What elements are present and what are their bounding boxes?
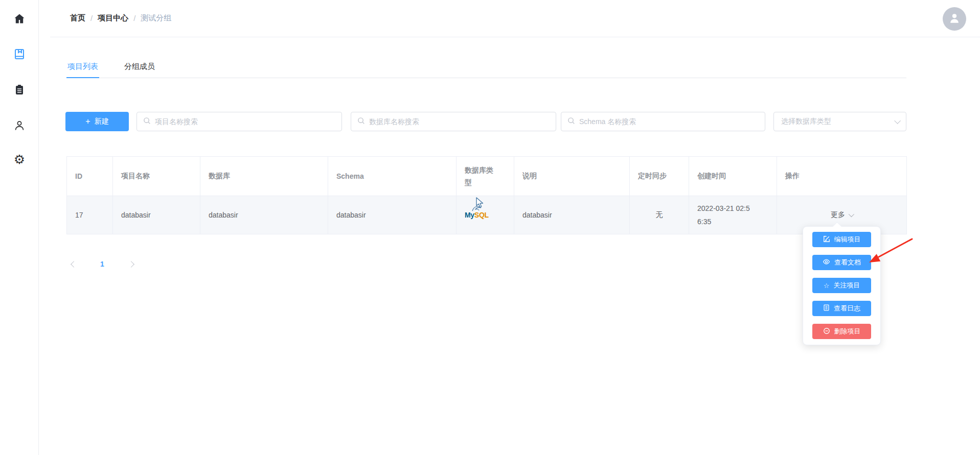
mysql-logo: MySQL: [465, 211, 489, 219]
cell-id: 17: [67, 196, 113, 234]
search-icon: [143, 117, 151, 127]
column-header-scheduled-sync: 定时同步: [630, 157, 689, 196]
chevron-right-icon: [128, 261, 134, 268]
column-header-actions: 操作: [777, 157, 907, 196]
cell-schema: databasir: [328, 196, 457, 234]
chevron-left-icon: [71, 261, 77, 268]
user-icon: [13, 119, 26, 132]
notebook-icon: [13, 48, 26, 60]
new-project-button[interactable]: + 新建: [65, 112, 129, 131]
table-row[interactable]: 17 databasir databasir databasir MySQL d…: [67, 196, 907, 234]
app-window: ⚙ 首页 / 项目中心 / 测试分组 项目列表 分组成员 + 新建: [0, 0, 980, 455]
edit-project-button[interactable]: 编辑项目: [812, 232, 871, 247]
db-type-select-placeholder: 选择数据库类型: [781, 117, 831, 126]
cell-db-type: MySQL: [457, 196, 514, 234]
sidebar: ⚙: [0, 0, 39, 455]
avatar-person-icon: [948, 11, 961, 27]
cell-scheduled-sync: 无: [630, 196, 689, 234]
view-logs-button[interactable]: 查看日志: [812, 301, 871, 316]
more-actions-trigger[interactable]: 更多: [831, 210, 853, 220]
project-name-search: [136, 112, 342, 131]
cell-database: databasir: [200, 196, 328, 234]
schema-name-search-input[interactable]: [575, 112, 765, 131]
tabs-underline: [66, 78, 906, 78]
column-header-id: ID: [67, 157, 113, 196]
tabs: 项目列表 分组成员: [66, 58, 180, 78]
next-page-button[interactable]: [124, 257, 138, 271]
sidebar-item-home[interactable]: [0, 7, 39, 31]
plus-icon: +: [85, 117, 90, 126]
delete-project-button[interactable]: 删除项目: [812, 324, 871, 339]
column-header-project-name: 项目名称: [113, 157, 200, 196]
column-header-database: 数据库: [200, 157, 328, 196]
column-header-schema: Schema: [328, 157, 457, 196]
header-divider: [50, 37, 980, 37]
sidebar-item-settings[interactable]: ⚙: [0, 147, 39, 172]
edit-icon: [823, 235, 830, 244]
view-docs-button[interactable]: 查看文档: [812, 255, 871, 270]
column-header-created-at: 创建时间: [689, 157, 777, 196]
breadcrumb-separator: /: [90, 14, 93, 22]
table-header-row: ID 项目名称 数据库 Schema 数据库类型 说明 定时同步 创建时间 操作: [67, 157, 907, 196]
page-number-current[interactable]: 1: [95, 260, 109, 268]
cell-created-at: 2022-03-21 02:5 6:35: [689, 196, 777, 234]
mysql-dolphin-icon: [471, 204, 484, 214]
remove-icon: [823, 327, 830, 336]
pagination: 1: [66, 257, 138, 271]
search-icon: [567, 117, 575, 127]
column-header-description: 说明: [514, 157, 630, 196]
breadcrumb-home[interactable]: 首页: [70, 13, 85, 23]
eye-icon: [823, 258, 830, 267]
projects-table: ID 项目名称 数据库 Schema 数据库类型 说明 定时同步 创建时间 操作…: [66, 156, 907, 234]
sidebar-item-projects[interactable]: [0, 42, 39, 66]
project-name-search-input[interactable]: [151, 112, 341, 131]
cell-description: databasir: [514, 196, 630, 234]
db-type-select[interactable]: 选择数据库类型: [773, 112, 906, 131]
star-icon: ☆: [824, 282, 830, 289]
actions-popover: 编辑项目 查看文档 ☆ 关注项目 查看日志: [803, 226, 881, 345]
search-icon: [357, 117, 365, 127]
chevron-down-icon: [849, 211, 854, 217]
clipboard-icon: [13, 84, 26, 96]
sidebar-item-tasks[interactable]: [0, 78, 39, 102]
user-avatar[interactable]: [943, 7, 966, 31]
gear-icon: ⚙: [14, 153, 25, 166]
breadcrumb-current-group: 测试分组: [141, 13, 171, 23]
database-name-search: [351, 112, 556, 131]
log-icon: [823, 304, 830, 313]
more-actions-label: 更多: [831, 210, 845, 220]
database-name-search-input[interactable]: [365, 112, 556, 131]
column-header-db-type: 数据库类型: [457, 157, 514, 196]
sidebar-item-users[interactable]: [0, 113, 39, 138]
breadcrumb: 首页 / 项目中心 / 测试分组: [70, 13, 171, 23]
tab-group-members[interactable]: 分组成员: [123, 58, 156, 78]
tab-project-list[interactable]: 项目列表: [66, 58, 99, 78]
home-icon: [13, 13, 26, 25]
new-project-button-label: 新建: [95, 117, 109, 126]
chevron-down-icon: [894, 117, 901, 124]
follow-project-button[interactable]: ☆ 关注项目: [812, 278, 871, 293]
prev-page-button[interactable]: [66, 257, 81, 271]
breadcrumb-project-center[interactable]: 项目中心: [98, 13, 128, 23]
schema-name-search: [561, 112, 765, 131]
cell-project-name: databasir: [113, 196, 200, 234]
breadcrumb-separator: /: [133, 14, 135, 22]
